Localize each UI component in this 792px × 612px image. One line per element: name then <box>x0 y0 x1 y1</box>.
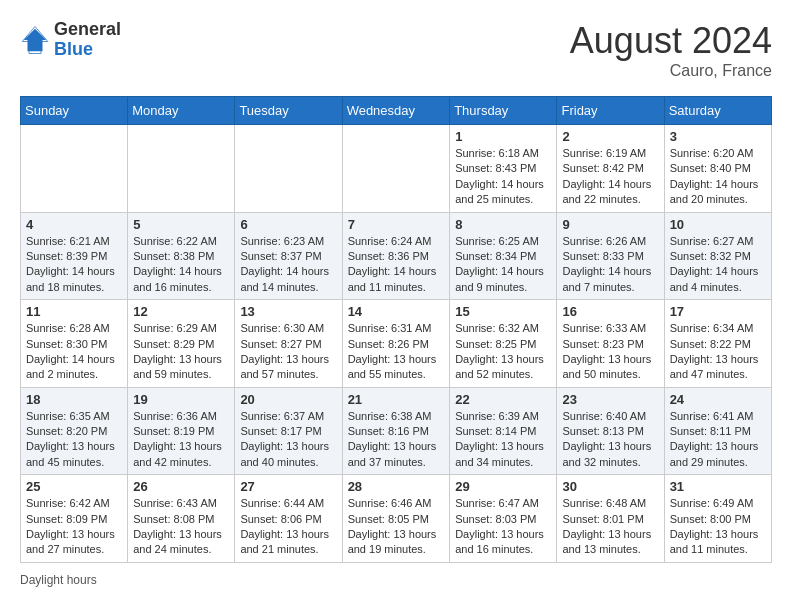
calendar-cell: 10Sunrise: 6:27 AM Sunset: 8:32 PM Dayli… <box>664 212 771 300</box>
calendar-cell: 22Sunrise: 6:39 AM Sunset: 8:14 PM Dayli… <box>450 387 557 475</box>
day-info: Sunrise: 6:29 AM Sunset: 8:29 PM Dayligh… <box>133 321 229 383</box>
day-number: 21 <box>348 392 445 407</box>
calendar-cell: 12Sunrise: 6:29 AM Sunset: 8:29 PM Dayli… <box>128 300 235 388</box>
day-number: 13 <box>240 304 336 319</box>
day-info: Sunrise: 6:38 AM Sunset: 8:16 PM Dayligh… <box>348 409 445 471</box>
day-number: 19 <box>133 392 229 407</box>
day-info: Sunrise: 6:21 AM Sunset: 8:39 PM Dayligh… <box>26 234 122 296</box>
svg-marker-0 <box>24 29 47 52</box>
calendar-cell: 25Sunrise: 6:42 AM Sunset: 8:09 PM Dayli… <box>21 475 128 563</box>
day-info: Sunrise: 6:34 AM Sunset: 8:22 PM Dayligh… <box>670 321 766 383</box>
calendar-cell: 13Sunrise: 6:30 AM Sunset: 8:27 PM Dayli… <box>235 300 342 388</box>
day-number: 1 <box>455 129 551 144</box>
calendar-cell: 29Sunrise: 6:47 AM Sunset: 8:03 PM Dayli… <box>450 475 557 563</box>
calendar-cell: 24Sunrise: 6:41 AM Sunset: 8:11 PM Dayli… <box>664 387 771 475</box>
calendar-cell: 27Sunrise: 6:44 AM Sunset: 8:06 PM Dayli… <box>235 475 342 563</box>
day-info: Sunrise: 6:49 AM Sunset: 8:00 PM Dayligh… <box>670 496 766 558</box>
day-number: 9 <box>562 217 658 232</box>
calendar-cell: 17Sunrise: 6:34 AM Sunset: 8:22 PM Dayli… <box>664 300 771 388</box>
day-number: 18 <box>26 392 122 407</box>
day-info: Sunrise: 6:42 AM Sunset: 8:09 PM Dayligh… <box>26 496 122 558</box>
day-number: 16 <box>562 304 658 319</box>
title-block: August 2024 Cauro, France <box>570 20 772 80</box>
calendar-cell: 4Sunrise: 6:21 AM Sunset: 8:39 PM Daylig… <box>21 212 128 300</box>
day-number: 2 <box>562 129 658 144</box>
calendar-cell <box>128 125 235 213</box>
calendar-cell: 7Sunrise: 6:24 AM Sunset: 8:36 PM Daylig… <box>342 212 450 300</box>
daylight-label: Daylight hours <box>20 573 97 587</box>
calendar-cell: 28Sunrise: 6:46 AM Sunset: 8:05 PM Dayli… <box>342 475 450 563</box>
day-info: Sunrise: 6:24 AM Sunset: 8:36 PM Dayligh… <box>348 234 445 296</box>
calendar-cell <box>342 125 450 213</box>
logo-general: General <box>54 19 121 39</box>
footer: Daylight hours <box>20 573 772 587</box>
calendar-week-5: 25Sunrise: 6:42 AM Sunset: 8:09 PM Dayli… <box>21 475 772 563</box>
logo-icon <box>20 25 50 55</box>
day-info: Sunrise: 6:37 AM Sunset: 8:17 PM Dayligh… <box>240 409 336 471</box>
day-number: 24 <box>670 392 766 407</box>
page-header: General Blue August 2024 Cauro, France <box>20 20 772 80</box>
day-number: 20 <box>240 392 336 407</box>
day-info: Sunrise: 6:43 AM Sunset: 8:08 PM Dayligh… <box>133 496 229 558</box>
day-info: Sunrise: 6:25 AM Sunset: 8:34 PM Dayligh… <box>455 234 551 296</box>
weekday-header-sunday: Sunday <box>21 97 128 125</box>
day-number: 11 <box>26 304 122 319</box>
day-info: Sunrise: 6:20 AM Sunset: 8:40 PM Dayligh… <box>670 146 766 208</box>
calendar-cell: 14Sunrise: 6:31 AM Sunset: 8:26 PM Dayli… <box>342 300 450 388</box>
day-info: Sunrise: 6:30 AM Sunset: 8:27 PM Dayligh… <box>240 321 336 383</box>
day-number: 3 <box>670 129 766 144</box>
weekday-header-tuesday: Tuesday <box>235 97 342 125</box>
calendar-cell: 23Sunrise: 6:40 AM Sunset: 8:13 PM Dayli… <box>557 387 664 475</box>
calendar-week-3: 11Sunrise: 6:28 AM Sunset: 8:30 PM Dayli… <box>21 300 772 388</box>
day-info: Sunrise: 6:41 AM Sunset: 8:11 PM Dayligh… <box>670 409 766 471</box>
calendar-week-4: 18Sunrise: 6:35 AM Sunset: 8:20 PM Dayli… <box>21 387 772 475</box>
logo-text: General Blue <box>54 20 121 60</box>
day-info: Sunrise: 6:33 AM Sunset: 8:23 PM Dayligh… <box>562 321 658 383</box>
day-number: 31 <box>670 479 766 494</box>
day-number: 26 <box>133 479 229 494</box>
day-number: 7 <box>348 217 445 232</box>
day-info: Sunrise: 6:40 AM Sunset: 8:13 PM Dayligh… <box>562 409 658 471</box>
day-info: Sunrise: 6:31 AM Sunset: 8:26 PM Dayligh… <box>348 321 445 383</box>
day-number: 30 <box>562 479 658 494</box>
day-info: Sunrise: 6:26 AM Sunset: 8:33 PM Dayligh… <box>562 234 658 296</box>
day-number: 15 <box>455 304 551 319</box>
day-number: 17 <box>670 304 766 319</box>
calendar-cell: 1Sunrise: 6:18 AM Sunset: 8:43 PM Daylig… <box>450 125 557 213</box>
calendar-cell <box>235 125 342 213</box>
day-number: 27 <box>240 479 336 494</box>
calendar-cell: 21Sunrise: 6:38 AM Sunset: 8:16 PM Dayli… <box>342 387 450 475</box>
day-number: 5 <box>133 217 229 232</box>
day-info: Sunrise: 6:18 AM Sunset: 8:43 PM Dayligh… <box>455 146 551 208</box>
day-number: 28 <box>348 479 445 494</box>
calendar-cell: 31Sunrise: 6:49 AM Sunset: 8:00 PM Dayli… <box>664 475 771 563</box>
day-info: Sunrise: 6:19 AM Sunset: 8:42 PM Dayligh… <box>562 146 658 208</box>
day-info: Sunrise: 6:36 AM Sunset: 8:19 PM Dayligh… <box>133 409 229 471</box>
day-info: Sunrise: 6:27 AM Sunset: 8:32 PM Dayligh… <box>670 234 766 296</box>
logo-blue: Blue <box>54 39 93 59</box>
day-number: 10 <box>670 217 766 232</box>
day-number: 22 <box>455 392 551 407</box>
weekday-header-monday: Monday <box>128 97 235 125</box>
day-info: Sunrise: 6:32 AM Sunset: 8:25 PM Dayligh… <box>455 321 551 383</box>
day-number: 29 <box>455 479 551 494</box>
calendar-cell: 3Sunrise: 6:20 AM Sunset: 8:40 PM Daylig… <box>664 125 771 213</box>
calendar-cell: 19Sunrise: 6:36 AM Sunset: 8:19 PM Dayli… <box>128 387 235 475</box>
day-number: 6 <box>240 217 336 232</box>
day-number: 25 <box>26 479 122 494</box>
calendar-cell: 18Sunrise: 6:35 AM Sunset: 8:20 PM Dayli… <box>21 387 128 475</box>
weekday-header-thursday: Thursday <box>450 97 557 125</box>
month-year: August 2024 <box>570 20 772 62</box>
day-number: 4 <box>26 217 122 232</box>
calendar-week-2: 4Sunrise: 6:21 AM Sunset: 8:39 PM Daylig… <box>21 212 772 300</box>
day-number: 8 <box>455 217 551 232</box>
weekday-header-wednesday: Wednesday <box>342 97 450 125</box>
calendar-cell: 6Sunrise: 6:23 AM Sunset: 8:37 PM Daylig… <box>235 212 342 300</box>
day-info: Sunrise: 6:23 AM Sunset: 8:37 PM Dayligh… <box>240 234 336 296</box>
calendar-cell: 26Sunrise: 6:43 AM Sunset: 8:08 PM Dayli… <box>128 475 235 563</box>
day-number: 14 <box>348 304 445 319</box>
day-info: Sunrise: 6:44 AM Sunset: 8:06 PM Dayligh… <box>240 496 336 558</box>
calendar-cell <box>21 125 128 213</box>
day-number: 23 <box>562 392 658 407</box>
calendar-cell: 8Sunrise: 6:25 AM Sunset: 8:34 PM Daylig… <box>450 212 557 300</box>
